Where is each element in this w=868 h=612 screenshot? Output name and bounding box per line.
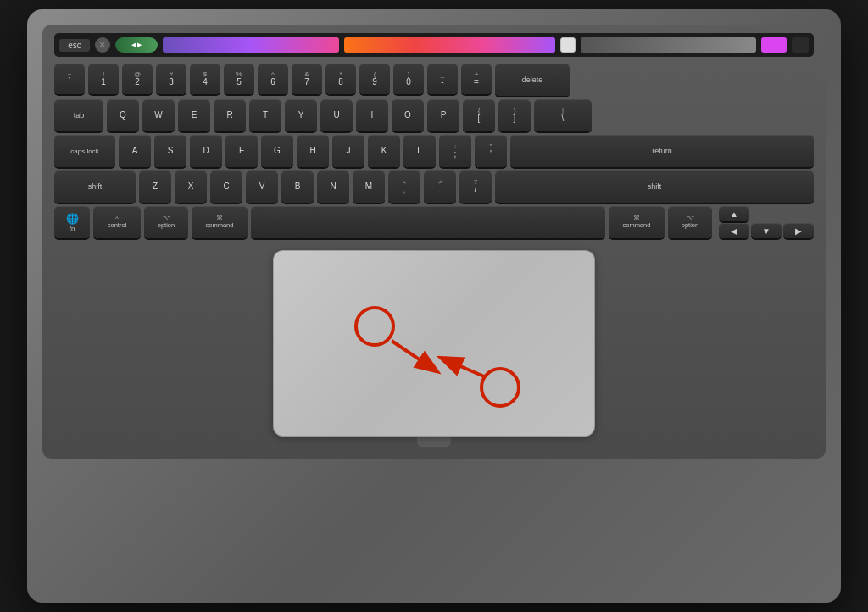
key-comma[interactable]: <, [388, 170, 420, 203]
key-x[interactable]: X [175, 170, 207, 203]
key-h[interactable]: H [297, 135, 329, 167]
tb-white-slider[interactable] [560, 37, 576, 53]
zxcv-row: shift Z X C V B N M <, >. ?/ shift [54, 170, 814, 203]
esc-key[interactable]: esc [59, 39, 90, 52]
tb-corner-button[interactable] [792, 37, 809, 53]
key-q[interactable]: Q [107, 99, 139, 131]
key-command-right[interactable]: ⌘ command [609, 206, 665, 238]
key-lbracket[interactable]: {[ [463, 99, 495, 131]
key-v[interactable]: V [246, 170, 278, 203]
key-s[interactable]: S [154, 135, 186, 167]
key-return[interactable]: return [510, 135, 814, 167]
svg-point-2 [356, 308, 393, 345]
key-0[interactable]: )0 [393, 64, 424, 94]
tb-gradient-purple [163, 37, 339, 53]
key-b[interactable]: B [281, 170, 314, 203]
key-4[interactable]: $4 [190, 64, 220, 94]
key-z[interactable]: Z [139, 170, 171, 203]
key-y[interactable]: Y [285, 99, 317, 131]
asdf-row: caps lock A S D F G H J K L :; "' return [54, 135, 814, 167]
key-u[interactable]: U [320, 99, 353, 131]
key-g[interactable]: G [261, 135, 293, 167]
arrow-cluster: ▲ ◀ ▼ ▶ [719, 206, 814, 238]
key-9[interactable]: (9 [359, 64, 390, 94]
key-7[interactable]: &7 [292, 64, 322, 94]
key-a[interactable]: A [119, 135, 151, 167]
key-arrow-left[interactable]: ◀ [719, 223, 749, 238]
key-period[interactable]: >. [424, 170, 456, 203]
key-t[interactable]: T [249, 99, 281, 131]
key-shift-right[interactable]: shift [495, 170, 814, 203]
svg-line-4 [392, 341, 436, 370]
key-o[interactable]: O [392, 99, 424, 131]
key-1[interactable]: !1 [88, 64, 119, 94]
trackpad-wrapper [54, 250, 814, 447]
key-arrow-up[interactable]: ▲ [719, 206, 749, 221]
trackpad-connector [417, 437, 451, 447]
keyboard-rows: ~` !1 @2 #3 $4 %5 ^6 &7 *8 (9 )0 _- += d… [54, 64, 814, 238]
tb-close-button[interactable] [95, 37, 110, 53]
key-capslock[interactable]: caps lock [54, 135, 115, 167]
key-slash[interactable]: ?/ [459, 170, 492, 203]
key-d[interactable]: D [190, 135, 222, 167]
trackpad-gestures [273, 250, 595, 437]
key-3[interactable]: #3 [156, 64, 186, 94]
key-arrow-right[interactable]: ▶ [783, 223, 814, 238]
bottom-row: 🌐 fn ^ control ⌥ option ⌘ command ⌘ [54, 206, 814, 238]
laptop-body: esc ~` !1 @2 #3 $4 %5 ^6 &7 *8 (9 [27, 9, 841, 603]
key-control[interactable]: ^ control [93, 206, 141, 238]
key-shift-left[interactable]: shift [54, 170, 136, 203]
key-w[interactable]: W [142, 99, 175, 131]
key-space[interactable] [251, 206, 605, 238]
key-option-right[interactable]: ⌥ option [668, 206, 712, 238]
svg-point-3 [481, 369, 519, 406]
key-fn[interactable]: 🌐 fn [54, 206, 90, 238]
tb-pink-button[interactable] [761, 37, 787, 53]
key-2[interactable]: @2 [122, 64, 153, 94]
key-quote[interactable]: "' [475, 135, 507, 167]
key-8[interactable]: *8 [326, 64, 356, 94]
tb-media-controls[interactable] [115, 37, 158, 53]
key-i[interactable]: I [356, 99, 388, 131]
key-j[interactable]: J [332, 135, 364, 167]
key-equals[interactable]: += [461, 64, 492, 94]
key-k[interactable]: K [368, 135, 400, 167]
key-5[interactable]: %5 [224, 64, 254, 94]
tb-gradient-warm [344, 37, 555, 53]
svg-line-5 [442, 359, 484, 376]
key-option-left[interactable]: ⌥ option [144, 206, 188, 238]
touch-bar: esc [54, 33, 814, 57]
key-minus[interactable]: _- [427, 64, 458, 94]
arrow-bottom-row: ◀ ▼ ▶ [719, 223, 814, 238]
key-p[interactable]: P [427, 99, 459, 131]
key-c[interactable]: C [210, 170, 242, 203]
key-6[interactable]: ^6 [258, 64, 288, 94]
arrow-top-row: ▲ [719, 206, 814, 221]
key-arrow-down[interactable]: ▼ [751, 223, 782, 238]
key-l[interactable]: L [403, 135, 436, 167]
key-semicolon[interactable]: :; [439, 135, 471, 167]
trackpad[interactable] [273, 250, 595, 437]
number-row: ~` !1 @2 #3 $4 %5 ^6 &7 *8 (9 )0 _- += d… [54, 64, 814, 96]
tb-gradient-gray [581, 37, 757, 53]
key-f[interactable]: F [225, 135, 258, 167]
key-rbracket[interactable]: }] [498, 99, 531, 131]
key-r[interactable]: R [214, 99, 246, 131]
key-m[interactable]: M [353, 170, 385, 203]
key-delete[interactable]: delete [495, 64, 570, 96]
key-backtick[interactable]: ~` [54, 64, 85, 94]
key-e[interactable]: E [178, 99, 210, 131]
key-command-left[interactable]: ⌘ command [192, 206, 248, 238]
keyboard-area: esc ~` !1 @2 #3 $4 %5 ^6 &7 *8 (9 [42, 25, 826, 459]
key-tab[interactable]: tab [54, 99, 103, 131]
key-n[interactable]: N [317, 170, 349, 203]
key-backslash[interactable]: |\ [534, 99, 592, 131]
qwerty-row: tab Q W E R T Y U I O P {[ }] |\ [54, 99, 814, 131]
